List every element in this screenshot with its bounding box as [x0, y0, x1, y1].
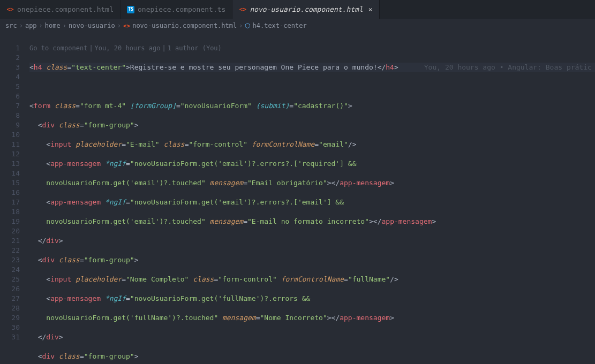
tab-novo-usuario-html[interactable]: <> novo-usuario.component.html × — [232, 0, 379, 19]
tab-label: onepiece.component.ts — [138, 5, 225, 13]
crumb-app[interactable]: app — [25, 22, 37, 29]
code-editor[interactable]: 12345 678910 1112131415 1617181920 21222… — [0, 33, 595, 364]
crumb-novo-usuario[interactable]: novo-usuario — [69, 22, 115, 29]
tab-onepiece-ts[interactable]: TS onepiece.component.ts — [120, 0, 232, 19]
tab-label: novo-usuario.component.html — [250, 5, 363, 13]
line-number-gutter: 12345 678910 1112131415 1617181920 21222… — [0, 33, 29, 364]
code-line[interactable]: <form class="form mt-4" [formGroup]="nov… — [29, 101, 595, 111]
code-line[interactable]: <app-mensagem *ngIf="novoUsuarioForm.get… — [29, 159, 595, 169]
code-line[interactable]: <div class="form-group"> — [29, 255, 595, 265]
tab-bar: <> onepiece.component.html TS onepiece.c… — [0, 0, 595, 19]
chevron-right-icon: › — [239, 22, 243, 29]
code-line[interactable]: </div> — [29, 236, 595, 246]
chevron-right-icon: › — [117, 22, 121, 29]
code-line[interactable] — [29, 82, 595, 92]
chevron-right-icon: › — [19, 22, 23, 29]
close-tab-icon[interactable]: × — [368, 5, 373, 13]
code-line[interactable]: <div class="form-group"> — [29, 352, 595, 361]
code-line[interactable]: novoUsuarioForm.get('email')?.touched" m… — [29, 178, 595, 188]
crumb-home[interactable]: home — [45, 22, 61, 29]
ts-file-icon: TS — [127, 6, 134, 13]
code-line[interactable]: <input placeholder="Nome Completo" class… — [29, 275, 595, 284]
chevron-right-icon: › — [63, 22, 66, 29]
code-line[interactable]: <div class="form-group"> — [29, 120, 595, 130]
html-file-icon: <> — [123, 22, 130, 29]
chevron-right-icon: › — [39, 22, 43, 29]
symbol-icon: ⬡ — [245, 22, 250, 29]
crumb-file[interactable]: novo-usuario.component.html — [132, 22, 237, 29]
html-file-icon: <> — [239, 6, 246, 13]
crumb-src[interactable]: src — [5, 22, 17, 29]
html-file-icon: <> — [6, 6, 14, 13]
code-line[interactable]: novoUsuarioForm.get('email')?.touched" m… — [29, 217, 595, 226]
code-line[interactable]: novoUsuarioForm.get('fullName')?.touched… — [29, 313, 595, 323]
breadcrumb: src› app› home› novo-usuario› <> novo-us… — [0, 19, 595, 33]
code-line[interactable]: <app-mensagem *ngIf="novoUsuarioForm.get… — [29, 294, 595, 304]
git-blame-annotation: You, 20 hours ago • Angular: Boas prátic — [424, 63, 592, 71]
code-line[interactable]: <input placeholder="E-mail" class="form-… — [29, 140, 595, 149]
tab-onepiece-html[interactable]: <> onepiece.component.html — [0, 0, 120, 19]
code-line[interactable]: </div> — [29, 332, 595, 342]
code-line[interactable]: <app-mensagem *ngIf="novoUsuarioForm.get… — [29, 198, 595, 207]
tab-label: onepiece.component.html — [17, 5, 114, 13]
code-lens[interactable]: Go to component|You, 20 hours ago|1 auth… — [29, 43, 595, 53]
crumb-symbol[interactable]: h4.text-center — [252, 22, 306, 29]
code-content[interactable]: Go to component|You, 20 hours ago|1 auth… — [29, 33, 595, 364]
code-line[interactable]: <h4 class="text-center">Registre-se e mo… — [29, 63, 595, 72]
